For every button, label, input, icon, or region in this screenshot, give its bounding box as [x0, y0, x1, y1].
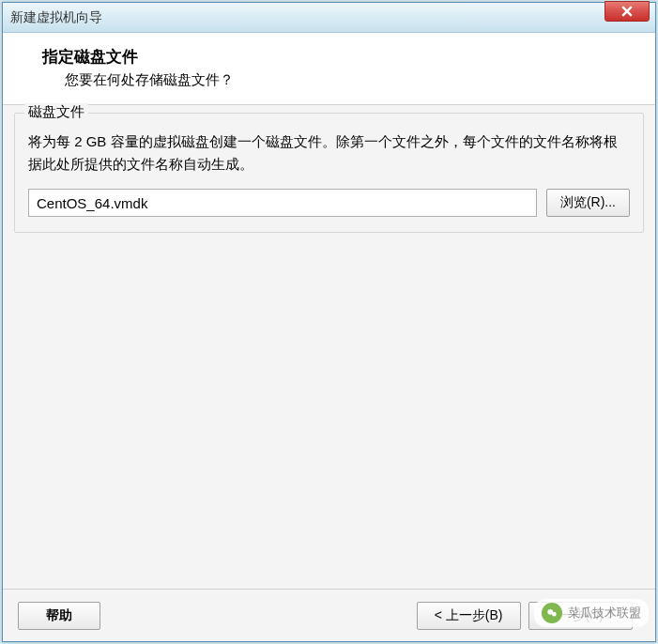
file-row: 浏览(R)...: [28, 189, 630, 217]
svg-point-1: [552, 612, 557, 617]
wizard-header: 指定磁盘文件 您要在何处存储磁盘文件？: [3, 33, 655, 105]
titlebar: 新建虚拟机向导: [3, 3, 655, 33]
back-button[interactable]: < 上一步(B): [417, 602, 521, 630]
page-subtitle: 您要在何处存储磁盘文件？: [25, 71, 633, 89]
wechat-icon: [542, 603, 562, 623]
window-title: 新建虚拟机向导: [10, 9, 650, 26]
watermark: 菜瓜技术联盟: [534, 599, 649, 627]
disk-file-input[interactable]: [28, 189, 537, 217]
watermark-text: 菜瓜技术联盟: [568, 605, 641, 621]
help-button[interactable]: 帮助: [18, 602, 100, 630]
group-description: 将为每 2 GB 容量的虚拟磁盘创建一个磁盘文件。除第一个文件之外，每个文件的文…: [28, 130, 630, 176]
wizard-window: 新建虚拟机向导 指定磁盘文件 您要在何处存储磁盘文件？ 磁盘文件 将为每 2 G…: [2, 2, 656, 642]
browse-button[interactable]: 浏览(R)...: [546, 189, 630, 217]
wizard-content: 磁盘文件 将为每 2 GB 容量的虚拟磁盘创建一个磁盘文件。除第一个文件之外，每…: [3, 105, 655, 589]
close-icon: [621, 6, 633, 17]
page-title: 指定磁盘文件: [25, 46, 633, 68]
group-label: 磁盘文件: [24, 103, 88, 121]
disk-file-group: 磁盘文件 将为每 2 GB 容量的虚拟磁盘创建一个磁盘文件。除第一个文件之外，每…: [14, 113, 644, 233]
close-button[interactable]: [604, 1, 650, 22]
